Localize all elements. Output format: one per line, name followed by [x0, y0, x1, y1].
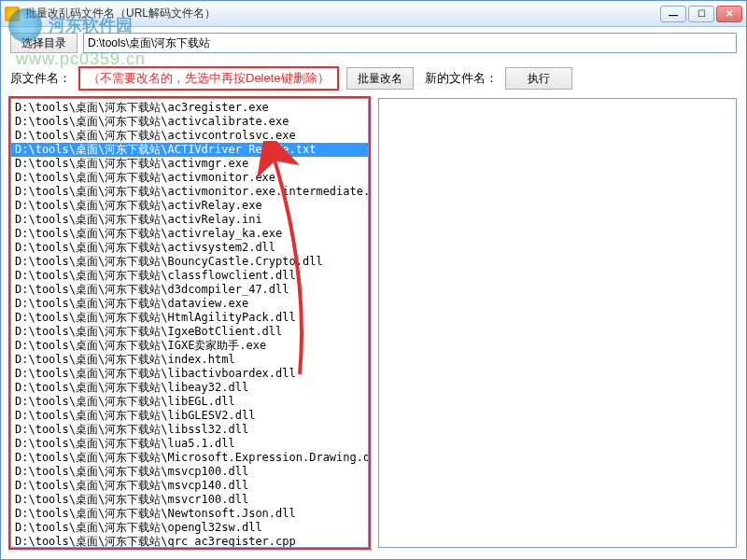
list-item[interactable]: D:\tools\桌面\河东下载站\activmonitor.exe.inter… [11, 185, 368, 199]
close-button[interactable] [716, 6, 742, 22]
list-item[interactable]: D:\tools\桌面\河东下载站\BouncyCastle.Crypto.dl… [11, 255, 368, 269]
list-item[interactable]: D:\tools\桌面\河东下载站\activmonitor.exe [11, 171, 368, 185]
new-filename-label: 新的文件名： [425, 70, 498, 87]
list-item[interactable]: D:\tools\桌面\河东下载站\activRelay.exe [11, 199, 368, 213]
titlebar[interactable]: 批量改乱码文件名（URL解码文件名） [1, 1, 746, 27]
select-directory-button[interactable]: 选择目录 [10, 33, 78, 53]
original-files-panel: D:\tools\桌面\河东下载站\ac3register.exeD:\tool… [10, 98, 369, 548]
list-item[interactable]: D:\tools\桌面\河东下载站\lua5.1.dll [11, 437, 368, 451]
list-item[interactable]: D:\tools\桌面\河东下载站\IGXE卖家助手.exe [11, 339, 368, 353]
list-item[interactable]: D:\tools\桌面\河东下载站\activcalibrate.exe [11, 115, 368, 129]
list-item[interactable]: D:\tools\桌面\河东下载站\qrc_ac3register.cpp [11, 535, 368, 547]
app-window: 批量改乱码文件名（URL解码文件名） 河东软件园 www.pc0359.cn 选… [0, 0, 747, 560]
window-title: 批量改乱码文件名（URL解码文件名） [25, 6, 660, 21]
list-item[interactable]: D:\tools\桌面\河东下载站\activcontrolsvc.exe [11, 129, 368, 143]
list-item[interactable]: D:\tools\桌面\河东下载站\Microsoft.Expression.D… [11, 451, 368, 465]
new-file-list[interactable] [379, 99, 736, 547]
list-item[interactable]: D:\tools\桌面\河东下载站\libactivboardex.dll [11, 367, 368, 381]
list-item[interactable]: D:\tools\桌面\河东下载站\Newtonsoft.Json.dll [11, 507, 368, 521]
list-item[interactable]: D:\tools\桌面\河东下载站\activsystem2.dll [11, 241, 368, 255]
delete-hint: （不需要改名的，先选中再按Delete键删除） [78, 66, 339, 91]
execute-button[interactable]: 执行 [505, 67, 572, 90]
new-files-panel [378, 98, 737, 548]
list-item[interactable]: D:\tools\桌面\河东下载站\IgxeBotClient.dll [11, 325, 368, 339]
original-file-list[interactable]: D:\tools\桌面\河东下载站\ac3register.exeD:\tool… [11, 99, 368, 547]
list-item[interactable]: D:\tools\桌面\河东下载站\ACTIVdriver ReadMe.txt [11, 143, 368, 157]
batch-rename-button[interactable]: 批量改名 [346, 67, 414, 90]
list-item[interactable]: D:\tools\桌面\河东下载站\msvcp100.dll [11, 465, 368, 479]
list-item[interactable]: D:\tools\桌面\河东下载站\activmgr.exe [11, 157, 368, 171]
list-item[interactable]: D:\tools\桌面\河东下载站\index.html [11, 353, 368, 367]
directory-row: 选择目录 [1, 27, 746, 59]
lists-container: D:\tools\桌面\河东下载站\ac3register.exeD:\tool… [1, 98, 746, 557]
list-item[interactable]: D:\tools\桌面\河东下载站\d3dcompiler_47.dll [11, 283, 368, 297]
list-item[interactable]: D:\tools\桌面\河东下载站\libssl32.dll [11, 423, 368, 437]
list-item[interactable]: D:\tools\桌面\河东下载站\HtmlAgilityPack.dll [11, 311, 368, 325]
minimize-button[interactable] [660, 6, 686, 22]
list-item[interactable]: D:\tools\桌面\河东下载站\libeay32.dll [11, 381, 368, 395]
action-row: 原文件名： （不需要改名的，先选中再按Delete键删除） 批量改名 新的文件名… [1, 59, 746, 98]
list-item[interactable]: D:\tools\桌面\河东下载站\classflowclient.dll [11, 269, 368, 283]
maximize-button[interactable] [688, 6, 714, 22]
list-item[interactable]: D:\tools\桌面\河东下载站\msvcr100.dll [11, 493, 368, 507]
app-icon [5, 7, 20, 21]
list-item[interactable]: D:\tools\桌面\河东下载站\dataview.exe [11, 297, 368, 311]
list-item[interactable]: D:\tools\桌面\河东下载站\opengl32sw.dll [11, 521, 368, 535]
list-item[interactable]: D:\tools\桌面\河东下载站\libGLESV2.dll [11, 409, 368, 423]
list-item[interactable]: D:\tools\桌面\河东下载站\activrelay_ka.exe [11, 227, 368, 241]
list-item[interactable]: D:\tools\桌面\河东下载站\activRelay.ini [11, 213, 368, 227]
list-item[interactable]: D:\tools\桌面\河东下载站\ac3register.exe [11, 101, 368, 115]
list-item[interactable]: D:\tools\桌面\河东下载站\msvcp140.dll [11, 479, 368, 493]
window-controls [660, 6, 742, 22]
directory-path-input[interactable] [83, 33, 737, 53]
list-item[interactable]: D:\tools\桌面\河东下载站\libEGL.dll [11, 395, 368, 409]
original-filename-label: 原文件名： [10, 70, 71, 87]
